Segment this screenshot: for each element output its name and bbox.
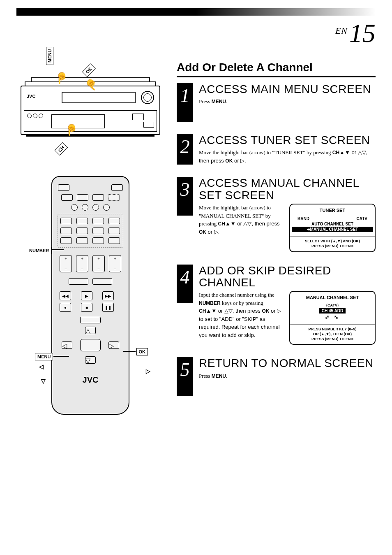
remote-illustration: ◀◀▶▶▶ ●■❚❚ △ ▽ ◁ ▷ JVC NUMBER MENU OK bbox=[33, 176, 148, 423]
finger-icon: ☝ bbox=[65, 123, 78, 136]
step-number: 3 bbox=[177, 177, 193, 216]
vcr-illustration: JVC MENU OK CH ☝ ☝ ☝ bbox=[21, 61, 160, 151]
step-title: RETURN TO NORMAL SCREEN bbox=[199, 357, 376, 369]
callout-ch-vcr: CH bbox=[55, 142, 68, 156]
triangle-right-icon: ▷ bbox=[146, 368, 150, 374]
osd-band: (CATV) bbox=[294, 303, 371, 307]
osd-row: AUTO CHANNEL SET bbox=[294, 221, 371, 227]
section-title: Add Or Delete A Channel bbox=[177, 61, 376, 77]
osd-title: MANUAL CHANNEL SET bbox=[294, 295, 371, 300]
step-title: ACCESS TUNER SET SCREEN bbox=[199, 134, 376, 146]
step-text: Press MENU. bbox=[199, 98, 376, 106]
osd-instruction: OR (▲,▼), THEN (OK) bbox=[294, 332, 371, 337]
osd-highlight: ➔MANUAL CHANNEL SET bbox=[292, 227, 373, 232]
d-pad: △ ▽ ◁ ▷ bbox=[58, 327, 123, 364]
osd-manual-channel: MANUAL CHANNEL SET (CATV) CH 45 ADD ⤢ ⤡ … bbox=[289, 291, 376, 345]
step-5: 5 RETURN TO NORMAL SCREEN Press MENU. bbox=[177, 357, 376, 396]
step-4: 4 ADD OR SKIP DESIRED CHANNEL Input the … bbox=[177, 265, 376, 345]
step-number: 2 bbox=[177, 134, 193, 165]
step-number: 5 bbox=[177, 357, 193, 396]
osd-instruction: SELECT WITH (▲,▼) AND (OK) bbox=[294, 239, 371, 244]
osd-row: BANDCATV bbox=[294, 216, 371, 221]
page-number: EN 15 bbox=[16, 18, 376, 49]
osd-instruction: PRESS (MENU) TO END bbox=[294, 244, 371, 249]
osd-tuner-set: TUNER SET BANDCATV AUTO CHANNEL SET ➔MAN… bbox=[289, 204, 376, 252]
remote-logo: JVC bbox=[83, 375, 99, 385]
osd-instruction: PRESS NUMBER KEY (0–9) bbox=[294, 327, 371, 332]
callout-number: NUMBER bbox=[27, 247, 51, 254]
callout-menu: MENU bbox=[35, 353, 53, 360]
step-1: 1 ACCESS MAIN MENU SCREEN Press MENU. bbox=[177, 83, 376, 122]
step-number: 1 bbox=[177, 83, 193, 122]
triangle-left-icon: ◁ bbox=[39, 363, 44, 370]
osd-arrows: ⤢ ⤡ bbox=[294, 314, 371, 320]
osd-instruction: PRESS (MENU) TO END bbox=[294, 337, 371, 342]
step-title: ACCESS MAIN MENU SCREEN bbox=[199, 83, 376, 95]
step-title: ACCESS MANUAL CHANNEL SET SCREEN bbox=[199, 177, 376, 201]
step-number: 4 bbox=[177, 265, 193, 303]
step-3: 3 ACCESS MANUAL CHANNEL SET SCREEN Move … bbox=[177, 177, 376, 252]
step-text: Input the channel number using the NUMBE… bbox=[199, 291, 282, 339]
header-bar bbox=[16, 8, 376, 16]
step-text: Move the highlight bar (arrow) to "MANUA… bbox=[199, 204, 282, 236]
step-text: Move the highlight bar (arrow) to "TUNER… bbox=[199, 149, 376, 165]
page-num: 15 bbox=[349, 19, 376, 48]
finger-icon: ☝ bbox=[55, 72, 68, 84]
callout-ok-vcr: OK bbox=[82, 64, 96, 77]
step-2: 2 ACCESS TUNER SET SCREEN Move the highl… bbox=[177, 134, 376, 165]
page-lang: EN bbox=[335, 26, 348, 36]
step-text: Press MENU. bbox=[199, 372, 376, 380]
triangle-down-icon: ▽ bbox=[41, 378, 46, 384]
osd-title: TUNER SET bbox=[294, 208, 371, 213]
number-pad bbox=[58, 214, 123, 248]
callout-menu-vcr: MENU bbox=[46, 47, 53, 65]
osd-channel-line: CH 45 ADD bbox=[319, 308, 346, 313]
callout-ok: OK bbox=[136, 348, 148, 355]
step-title: ADD OR SKIP DESIRED CHANNEL bbox=[199, 265, 376, 289]
vcr-logo: JVC bbox=[27, 94, 35, 99]
